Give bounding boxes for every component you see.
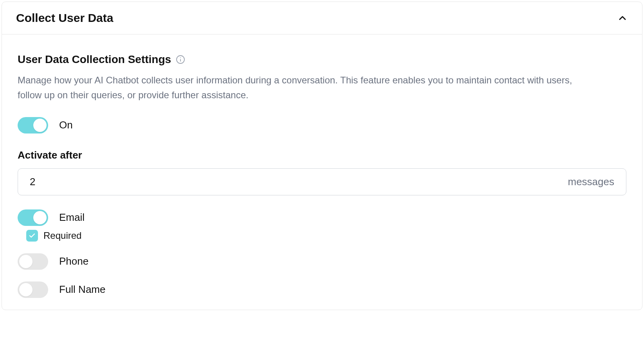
email-label: Email: [59, 211, 85, 224]
activate-after-suffix: messages: [568, 176, 615, 188]
phone-toggle-row: Phone: [18, 253, 626, 270]
email-field-block: Email Required: [18, 209, 626, 242]
section-description: Manage how your AI Chatbot collects user…: [18, 73, 597, 103]
phone-toggle[interactable]: [18, 253, 48, 270]
section-heading: User Data Collection Settings: [18, 53, 171, 66]
info-icon[interactable]: [176, 55, 185, 64]
activate-after-input[interactable]: [30, 176, 568, 188]
master-toggle-label: On: [59, 119, 73, 131]
master-toggle[interactable]: [18, 117, 48, 134]
email-required-label: Required: [43, 230, 81, 241]
fullname-field-block: Full Name: [18, 281, 626, 298]
master-toggle-row: On: [18, 117, 626, 134]
email-required-row: Required: [18, 230, 626, 242]
section-heading-row: User Data Collection Settings: [18, 53, 626, 66]
email-toggle-row: Email: [18, 209, 626, 226]
fullname-toggle[interactable]: [18, 281, 48, 298]
email-required-checkbox[interactable]: [26, 230, 38, 242]
phone-field-block: Phone: [18, 253, 626, 270]
panel-body: User Data Collection Settings Manage how…: [2, 34, 642, 310]
activate-after-input-wrap: messages: [18, 168, 626, 195]
activate-after-label: Activate after: [18, 149, 626, 161]
svg-point-2: [180, 58, 181, 58]
email-toggle[interactable]: [18, 209, 48, 226]
panel-title: Collect User Data: [16, 11, 113, 25]
fullname-label: Full Name: [59, 283, 105, 296]
collect-user-data-panel: Collect User Data User Data Collection S…: [2, 2, 642, 310]
fullname-toggle-row: Full Name: [18, 281, 626, 298]
phone-label: Phone: [59, 255, 88, 267]
chevron-up-icon: [617, 13, 628, 23]
panel-header[interactable]: Collect User Data: [2, 2, 642, 34]
